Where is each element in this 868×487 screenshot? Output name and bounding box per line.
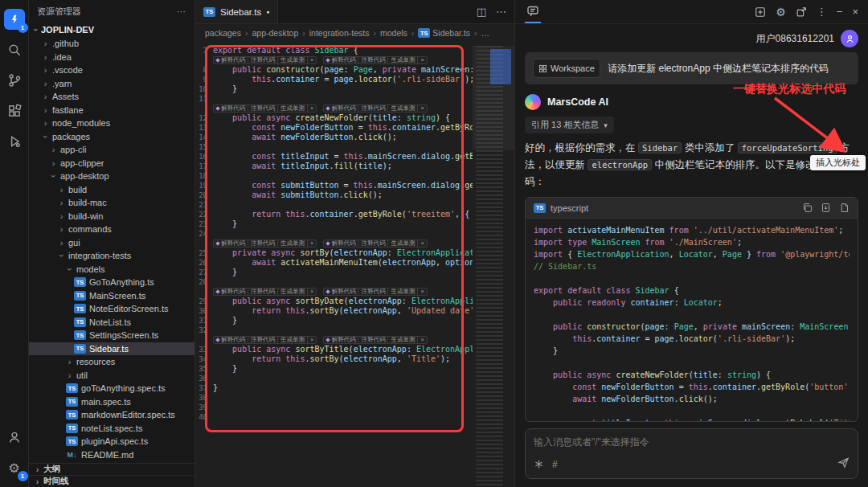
tree-item-NoteList.ts[interactable]: TSNoteList.ts [29, 316, 194, 329]
codelens-unittest[interactable]: 生成单测 [388, 57, 418, 63]
codelens-comment[interactable]: 注释代码 [358, 57, 388, 63]
run-debug-icon[interactable] [2, 129, 27, 153]
codelens-comment[interactable]: 注释代码 [248, 337, 278, 343]
code-block-body[interactable]: import activateMainMenuItem from '../uti… [526, 219, 858, 421]
code-editor[interactable]: 7export default class Sidebar {解释代码注释代码生… [195, 46, 473, 487]
codelens-explain[interactable]: 解释代码 [214, 57, 248, 63]
new-file-icon[interactable] [839, 203, 850, 213]
account-icon[interactable] [2, 425, 27, 449]
codelens-close[interactable]: × [418, 240, 426, 247]
tree-item-integration-tests[interactable]: ›integration-tests [29, 249, 194, 263]
tree-item-util[interactable]: ›util [29, 369, 194, 383]
breadcrumb-item[interactable]: integration-tests [309, 28, 370, 38]
codelens-close[interactable]: × [308, 289, 316, 295]
codelens-unittest[interactable]: 生成单测 [388, 240, 418, 247]
tree-item-gui[interactable]: ›gui [29, 236, 194, 250]
tree-item-app-cli[interactable]: ›app-cli [29, 143, 194, 157]
tree-item-GoToAnything.ts[interactable]: TSGoToAnything.ts [29, 276, 194, 289]
codelens-unittest[interactable]: 生成单测 [388, 289, 418, 295]
chat-tab[interactable] [525, 0, 541, 23]
tree-item-.idea[interactable]: ›.idea [29, 51, 194, 64]
codelens-explain[interactable]: 解释代码 [324, 240, 358, 247]
breadcrumb-item[interactable]: models [380, 28, 407, 38]
workspace-chip[interactable]: Workspace [533, 59, 600, 78]
breadcrumb-item[interactable]: packages [205, 28, 241, 38]
hash-command-icon[interactable]: # [552, 459, 558, 470]
codelens-unittest[interactable]: 生成单测 [278, 57, 308, 63]
tree-item-packages[interactable]: ›packages [29, 130, 194, 144]
more-actions-icon[interactable]: ⋯ [177, 6, 186, 17]
tree-item-noteList.spec.ts[interactable]: TSnoteList.spec.ts [29, 422, 194, 436]
modified-dot-icon[interactable]: ● [266, 9, 269, 14]
tree-item-README.md[interactable]: M↓README.md [29, 448, 194, 462]
tree-item-goToAnything.spec.ts[interactable]: TSgoToAnything.spec.ts [29, 382, 194, 395]
codelens-comment[interactable]: 注释代码 [248, 57, 278, 63]
extensions-icon[interactable] [2, 99, 27, 123]
reference-chip[interactable]: 引用 13 相关信息 ▾ [525, 117, 614, 133]
tree-item-app-desktop[interactable]: ›app-desktop [29, 170, 194, 183]
tree-root-joplin-dev[interactable]: › JOPLIN-DEV [29, 23, 194, 37]
tree-item-fastlane[interactable]: ›fastlane [29, 104, 194, 117]
codelens-comment[interactable]: 注释代码 [358, 105, 388, 112]
search-icon[interactable] [2, 38, 27, 62]
codelens-close[interactable]: × [418, 289, 426, 295]
codelens-unittest[interactable]: 生成单测 [278, 289, 308, 295]
popout-icon[interactable] [796, 6, 807, 18]
codelens-explain[interactable]: 解释代码 [214, 337, 248, 343]
tab-sidebar-ts[interactable]: TS Sidebar.ts ● [195, 0, 278, 23]
tree-item-models[interactable]: ›models [29, 263, 194, 276]
source-control-icon[interactable] [2, 68, 27, 92]
tree-item-commands[interactable]: ›commands [29, 223, 194, 236]
tree-item-node_modules[interactable]: ›node_modules [29, 117, 194, 130]
codelens-close[interactable]: × [308, 57, 316, 63]
codelens-unittest[interactable]: 生成单测 [278, 337, 308, 343]
tree-item-SettingsScreen.ts[interactable]: TSSettingsScreen.ts [29, 329, 194, 342]
tree-item-.vscode[interactable]: ›.vscode [29, 63, 194, 77]
codelens-explain[interactable]: 解释代码 [214, 289, 248, 295]
split-editor-icon[interactable]: ◫ [477, 6, 486, 18]
codelens-unittest[interactable]: 生成单测 [278, 105, 308, 112]
codelens-explain[interactable]: 解释代码 [324, 289, 358, 295]
codelens-close[interactable]: × [418, 57, 426, 63]
tree-item-NoteEditorScreen.ts[interactable]: TSNoteEditorScreen.ts [29, 302, 194, 316]
codelens-comment[interactable]: 注释代码 [248, 289, 278, 295]
codelens-unittest[interactable]: 生成单测 [388, 337, 418, 343]
codelens-comment[interactable]: 注释代码 [358, 289, 388, 295]
more-actions-icon[interactable]: ⋯ [496, 6, 506, 18]
tree-item-Sidebar.ts[interactable]: TSSidebar.ts [29, 342, 194, 356]
codelens-comment[interactable]: 注释代码 [358, 337, 388, 343]
minimap[interactable] [473, 46, 514, 487]
insert-code-icon[interactable] [821, 203, 831, 213]
codelens-comment[interactable]: 注释代码 [248, 105, 278, 112]
tree-item-.github[interactable]: ›.github [29, 37, 194, 51]
codelens-unittest[interactable]: 生成单测 [278, 240, 308, 247]
breadcrumb-item[interactable]: … [481, 28, 490, 38]
codelens-comment[interactable]: 注释代码 [248, 240, 278, 247]
tree-item-Assets[interactable]: ›Assets [29, 90, 194, 104]
new-chat-icon[interactable] [755, 6, 766, 18]
codelens-close[interactable]: × [308, 105, 316, 112]
tree-item-.yarn[interactable]: ›.yarn [29, 77, 194, 91]
tree-item-app-clipper[interactable]: ›app-clipper [29, 157, 194, 170]
tree-item-resources[interactable]: ›resources [29, 355, 194, 369]
user-avatar[interactable] [841, 30, 858, 47]
tree-item-pluginApi.spec.ts[interactable]: TSpluginApi.spec.ts [29, 435, 194, 448]
codelens-explain[interactable]: 解释代码 [324, 337, 358, 343]
message-input[interactable]: 输入消息或者"/"来选择指令 # [525, 428, 858, 479]
tree-item-main.spec.ts[interactable]: TSmain.spec.ts [29, 395, 194, 409]
send-icon[interactable] [837, 456, 850, 472]
codelens-close[interactable]: × [418, 337, 426, 343]
timeline-section[interactable]: › 时间线 [29, 475, 194, 487]
breadcrumb-item[interactable]: app-desktop [252, 28, 298, 38]
gear-icon[interactable]: ⚙ [776, 6, 786, 18]
tree-item-MainScreen.ts[interactable]: TSMainScreen.ts [29, 289, 194, 303]
codelens-explain[interactable]: 解释代码 [324, 105, 358, 112]
codelens-close[interactable]: × [308, 240, 316, 247]
codelens-explain[interactable]: 解释代码 [324, 57, 358, 63]
codelens-explain[interactable]: 解释代码 [214, 240, 248, 247]
outline-section[interactable]: › 大纲 [29, 463, 194, 475]
codelens-close[interactable]: × [418, 105, 426, 112]
minimize-icon[interactable]: − [837, 6, 843, 18]
codelens-comment[interactable]: 注释代码 [358, 240, 388, 247]
copy-icon[interactable] [802, 203, 813, 213]
